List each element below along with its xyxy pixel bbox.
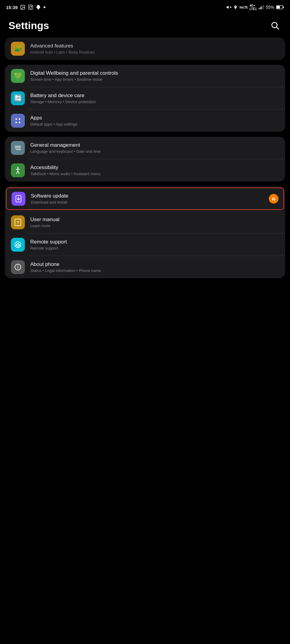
battery-care-item[interactable]: 🔄 Battery and device care Storage • Memo… <box>5 87 285 110</box>
remote-support-title: Remote support <box>30 239 279 245</box>
apps-subtitle: Default apps • App settings <box>30 122 279 126</box>
battery-percent: 55% <box>266 5 274 10</box>
digital-wellbeing-subtitle: Screen time • App timers • Bedtime mode <box>30 77 279 82</box>
accessibility-title: Accessibility <box>30 165 279 171</box>
svg-line-17 <box>277 27 279 29</box>
software-update-title: Software update <box>31 193 266 199</box>
software-update-icon <box>12 192 25 206</box>
accessibility-item[interactable]: Accessibility TalkBack • Mono audio • As… <box>5 159 285 181</box>
svg-rect-14 <box>283 6 284 8</box>
search-icon <box>270 21 279 30</box>
mute-icon <box>226 5 232 10</box>
network-indicator: 4G+LTE1 <box>249 4 257 11</box>
accessibility-text: Accessibility TalkBack • Mono audio • As… <box>30 165 279 176</box>
svg-text:i: i <box>17 265 18 270</box>
accessibility-icon <box>11 163 25 177</box>
general-management-item[interactable]: General management Language and keyboard… <box>5 137 285 159</box>
apps-item[interactable]: Apps Default apps • App settings <box>5 110 285 132</box>
gallery-icon <box>20 5 25 10</box>
svg-point-1 <box>22 6 22 7</box>
svg-rect-10 <box>261 6 262 9</box>
signal-icon <box>259 5 264 10</box>
remote-support-subtitle: Remote support <box>30 246 279 250</box>
dot-indicator <box>44 6 45 8</box>
status-icons: VoLTE 4G+LTE1 55% <box>226 4 284 11</box>
svg-point-26 <box>16 149 17 150</box>
remote-support-text: Remote support Remote support <box>30 239 279 250</box>
battery-care-icon: 🔄 <box>11 91 25 105</box>
user-manual-text: User manual Learn more <box>30 217 279 228</box>
about-phone-text: About phone Status • Legal information •… <box>30 261 279 273</box>
svg-point-36 <box>16 244 18 246</box>
instagram-icon <box>28 5 33 10</box>
advanced-features-icon: 🧩 <box>11 42 25 56</box>
svg-point-19 <box>19 118 20 120</box>
svg-rect-2 <box>28 5 33 10</box>
software-update-item[interactable]: Software update Download and install N <box>6 188 284 210</box>
svg-point-3 <box>30 6 32 8</box>
svg-line-31 <box>18 171 19 174</box>
status-bar: 15:39 VoLTE 4G+LTE1 55% <box>0 0 290 13</box>
svg-point-27 <box>17 167 18 168</box>
general-management-subtitle: Language and keyboard • Date and time <box>30 149 279 154</box>
advanced-features-text: Advanced features Android Auto • Labs • … <box>30 43 279 54</box>
settings-group-1: 💚 Digital Wellbeing and parental control… <box>5 65 285 132</box>
time-display: 15:39 <box>6 5 18 10</box>
software-update-subtitle: Download and install <box>31 200 266 204</box>
svg-rect-15 <box>276 6 280 8</box>
general-management-title: General management <box>30 142 279 148</box>
user-manual-icon: ? <box>11 215 25 229</box>
remote-support-item[interactable]: Remote support Remote support <box>5 234 285 256</box>
svg-text:?: ? <box>17 220 19 225</box>
apps-title: Apps <box>30 115 279 121</box>
software-update-text: Software update Download and install <box>31 193 266 204</box>
volte-indicator: VoLTE <box>239 6 248 9</box>
svg-point-21 <box>19 122 20 123</box>
about-phone-title: About phone <box>30 261 279 267</box>
digital-wellbeing-text: Digital Wellbeing and parental controls … <box>30 70 279 82</box>
svg-point-37 <box>18 244 20 246</box>
advanced-features-subtitle: Android Auto • Labs • Bixby Routines <box>30 50 279 54</box>
svg-line-30 <box>17 171 18 174</box>
apps-icon <box>11 114 25 128</box>
digital-wellbeing-icon: 💚 <box>11 69 25 83</box>
general-management-text: General management Language and keyboard… <box>30 142 279 154</box>
page-title: Settings <box>8 20 49 31</box>
svg-point-18 <box>15 118 17 120</box>
location-icon <box>233 5 238 10</box>
svg-rect-9 <box>260 7 260 9</box>
digital-wellbeing-title: Digital Wellbeing and parental controls <box>30 70 279 76</box>
advanced-features-item[interactable]: 🧩 Advanced features Android Auto • Labs … <box>5 38 285 60</box>
snapchat-icon <box>36 5 41 10</box>
search-button[interactable] <box>268 19 282 32</box>
settings-group-2: General management Language and keyboard… <box>5 137 285 181</box>
about-phone-item[interactable]: i About phone Status • Legal information… <box>5 256 285 278</box>
battery-care-title: Battery and device care <box>30 93 279 99</box>
user-manual-title: User manual <box>30 217 279 223</box>
about-phone-subtitle: Status • Legal information • Phone name <box>30 268 279 273</box>
about-phone-icon: i <box>11 260 25 274</box>
user-manual-subtitle: Learn more <box>30 224 279 228</box>
general-management-icon <box>11 141 25 155</box>
header: Settings <box>0 13 290 38</box>
user-manual-item[interactable]: ? User manual Learn more <box>5 211 285 234</box>
svg-point-25 <box>15 147 16 148</box>
svg-marker-5 <box>226 6 229 9</box>
battery-care-text: Battery and device care Storage • Memory… <box>30 93 279 104</box>
advanced-features-title: Advanced features <box>30 43 279 49</box>
svg-rect-12 <box>263 5 264 9</box>
svg-rect-11 <box>262 5 263 9</box>
battery-care-subtitle: Storage • Memory • Device protection <box>30 100 279 104</box>
settings-group-3: Software update Download and install N ?… <box>5 186 285 278</box>
svg-rect-8 <box>259 8 259 9</box>
apps-text: Apps Default apps • App settings <box>30 115 279 126</box>
svg-point-4 <box>32 6 32 6</box>
remote-support-icon <box>11 238 25 252</box>
accessibility-subtitle: TalkBack • Mono audio • Assistant menu <box>30 172 279 176</box>
status-time: 15:39 <box>6 5 45 10</box>
svg-point-20 <box>15 122 17 123</box>
battery-icon <box>276 5 284 9</box>
update-badge: N <box>269 194 278 204</box>
digital-wellbeing-item[interactable]: 💚 Digital Wellbeing and parental control… <box>5 65 285 87</box>
